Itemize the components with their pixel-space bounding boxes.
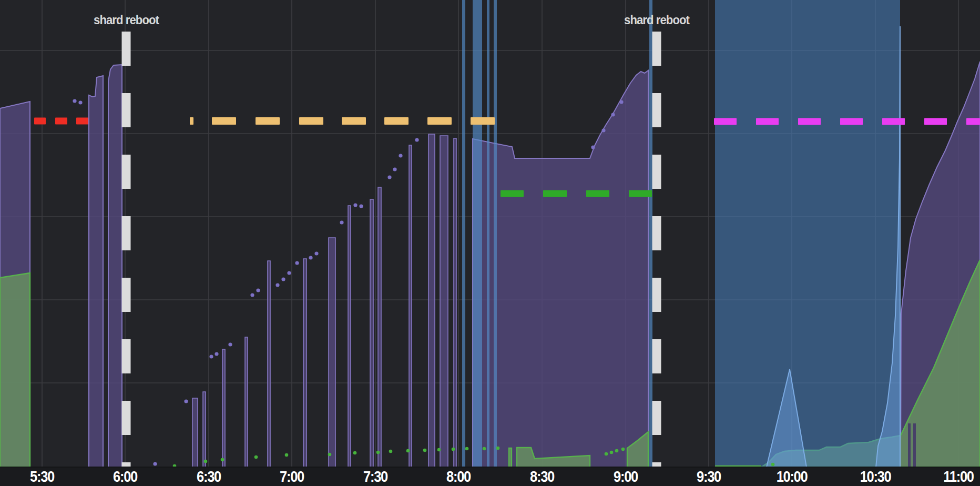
annotation-line-shard-reboot-2: [652, 278, 661, 312]
green-scatter-dot: [437, 448, 441, 452]
purple-scatter-dot: [619, 100, 623, 104]
magenta-dashed-line: [966, 118, 980, 125]
annotation-label-shard-reboot-2: shard reboot: [613, 13, 700, 27]
annotation-line-shard-reboot-1: [122, 155, 131, 189]
x-axis-label-10-00: 10:00: [769, 468, 815, 485]
green-scatter-dot: [423, 449, 427, 452]
annotation-line-shard-reboot-2: [652, 93, 661, 127]
green-scatter-dot: [496, 447, 500, 450]
magenta-dashed-line: [924, 118, 947, 125]
green-scatter-dot: [254, 455, 258, 459]
annotation-line-shard-reboot-2: [652, 462, 661, 467]
green-scatter-dot: [615, 449, 619, 453]
purple-scatter-dot: [78, 100, 82, 104]
blue-spike-bar: [649, 0, 652, 467]
purple-scatter-dot: [250, 293, 254, 297]
purple-gap-bar: [913, 423, 916, 467]
purple-spike-bar: [203, 392, 206, 467]
green-scatter-dot: [285, 453, 289, 457]
red-dashed-line: [76, 118, 88, 125]
annotation-line-shard-reboot-2: [652, 401, 661, 435]
x-axis-label-9-00: 9:00: [603, 468, 649, 485]
green-dashed-line: [543, 190, 567, 197]
purple-spike-bar: [245, 337, 248, 467]
purple-spike-bar: [329, 238, 335, 467]
annotation-line-shard-reboot-1: [122, 32, 131, 66]
annotation-line-shard-reboot-2: [652, 339, 661, 373]
x-axis-label-10-30: 10:30: [852, 468, 899, 485]
orange-dashed-line: [256, 117, 280, 125]
green-scatter-dot: [610, 451, 614, 454]
purple-scatter-dot: [399, 154, 402, 157]
purple-spike-bar: [370, 199, 373, 467]
magenta-dashed-line: [882, 118, 905, 125]
orange-dashed-line: [299, 117, 323, 125]
purple-spike-bar: [440, 136, 448, 467]
annotation-line-shard-reboot-2: [652, 32, 661, 66]
green-scatter-dot: [389, 450, 393, 453]
purple-scatter-dot: [415, 138, 418, 141]
magenta-dashed-line: [840, 118, 863, 125]
purple-area: [89, 76, 103, 467]
orange-dashed-line: [342, 117, 366, 125]
purple-scatter-dot: [184, 399, 188, 403]
purple-scatter-dot: [209, 355, 213, 358]
annotation-line-shard-reboot-1: [122, 401, 131, 435]
purple-spike-bar: [348, 206, 351, 467]
orange-dashed-line: [190, 117, 193, 125]
x-axis-label-9-30: 9:30: [686, 468, 732, 485]
x-axis-label-6-00: 6:00: [102, 468, 148, 485]
purple-scatter-dot: [387, 175, 391, 179]
purple-scatter-dot: [287, 271, 291, 275]
annotation-line-shard-reboot-1: [122, 462, 131, 467]
purple-spike-bar: [378, 187, 381, 467]
green-scatter-dot: [605, 452, 608, 456]
green-dashed-line: [586, 190, 609, 197]
green-scatter-dot: [353, 451, 357, 455]
x-axis-label-8-00: 8:00: [435, 468, 482, 485]
annotation-label-shard-reboot-1: shard reboot: [83, 13, 170, 27]
annotation-line-shard-reboot-1: [122, 216, 131, 250]
annotation-line-shard-reboot-1: [122, 339, 131, 373]
green-scatter-dot: [376, 451, 380, 454]
green-scatter-dot: [771, 463, 775, 467]
purple-scatter-dot: [153, 462, 157, 465]
purple-scatter-dot: [359, 204, 363, 208]
green-area: [509, 448, 512, 467]
blue-spike-bar: [473, 0, 482, 467]
x-axis-label-5-30: 5:30: [19, 468, 65, 485]
purple-scatter-dot: [228, 342, 232, 346]
purple-scatter-dot: [295, 261, 299, 265]
green-dashed-line: [501, 190, 524, 197]
green-scatter-dot: [465, 447, 469, 451]
magenta-dashed-line: [756, 118, 779, 125]
orange-dashed-line: [427, 117, 452, 125]
annotation-line-shard-reboot-1: [122, 93, 131, 127]
chart-canvas: [0, 0, 980, 486]
blue-spike-bar: [494, 0, 497, 467]
green-scatter-dot: [452, 448, 455, 451]
x-axis-label-6-30: 6:30: [186, 468, 232, 485]
green-scatter-dot: [406, 449, 410, 453]
blue-spike-bar: [462, 0, 465, 467]
purple-scatter-dot: [340, 220, 343, 224]
x-axis-label-11-00: 11:00: [935, 468, 980, 485]
red-dashed-line: [55, 118, 67, 125]
purple-spike-bar: [222, 349, 225, 467]
purple-scatter-dot: [353, 203, 357, 207]
purple-scatter-dot: [275, 283, 279, 287]
purple-area: [108, 65, 122, 467]
blue-spike-bar: [487, 0, 489, 467]
blue-region-band: [715, 0, 900, 467]
x-axis-label-8-30: 8:30: [519, 468, 565, 485]
orange-dashed-line: [212, 117, 236, 125]
green-dashed-line: [629, 190, 652, 197]
purple-gap-bar: [908, 423, 911, 467]
purple-scatter-dot: [73, 99, 76, 103]
annotation-line-shard-reboot-2: [652, 216, 661, 250]
purple-scatter-dot: [215, 352, 218, 356]
green-area: [0, 273, 30, 467]
purple-spike-bar: [454, 138, 456, 467]
annotation-line-shard-reboot-2: [652, 155, 661, 189]
green-scatter-dot: [621, 448, 625, 451]
